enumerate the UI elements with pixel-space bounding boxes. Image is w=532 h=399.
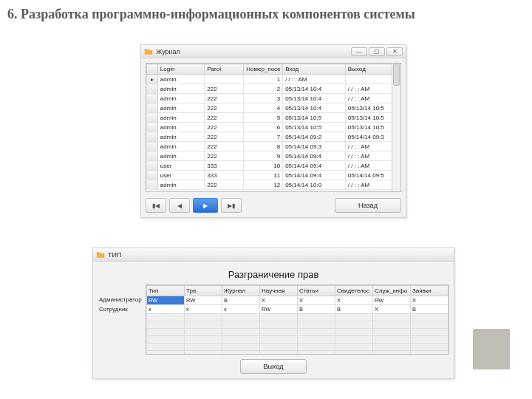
row-marker-header [147,64,158,75]
table-row[interactable]: xxxRWВВXВ [147,305,449,314]
empty-row [147,329,449,336]
close-button[interactable]: ✕ [386,47,403,56]
vertical-scrollbar[interactable] [392,64,400,191]
empty-row [147,321,449,329]
row-marker [147,132,158,142]
table-row[interactable]: admin222905/14/14 09:4/ / : : AM [147,151,400,161]
empty-row [147,351,449,355]
record-navigator: ▮◀ ◀ ▶ ▶▮ Назад [146,198,401,213]
rights-col-3[interactable]: Научная [260,286,298,296]
empty-row [147,336,449,344]
rights-col-7[interactable]: Заявки [411,286,449,296]
journal-col-3[interactable]: Вход [283,64,346,75]
rights-col-1[interactable]: Трв [185,286,222,296]
nav-last-button[interactable]: ▶▮ [221,198,242,213]
rights-window: ТИП Разграничение прав Администратор Сот… [92,248,454,379]
back-button[interactable]: Назад [335,198,401,213]
journal-col-0[interactable]: Login [157,64,205,75]
role-labels: Администратор Сотрудник [98,284,146,355]
nav-first-button[interactable]: ▮◀ [146,198,166,213]
row-marker [147,161,158,171]
journal-titlebar[interactable]: Журнал — ▢ ✕ [141,45,406,58]
row-marker [147,103,158,113]
journal-title: Журнал [156,48,180,55]
empty-row [147,314,449,321]
minimize-button[interactable]: — [351,47,367,56]
role-employee-label: Сотрудник [98,306,146,315]
row-marker [147,171,158,180]
journal-col-1[interactable]: Parol [205,64,244,75]
app-icon [144,47,153,56]
rights-col-2[interactable]: Журнал [222,286,260,296]
journal-window: Журнал — ▢ ✕ LoginParolНомер_посеВходВых… [140,44,406,218]
row-marker [147,142,158,151]
row-marker [147,123,158,132]
row-marker [147,151,158,161]
maximize-button[interactable]: ▢ [369,47,385,56]
table-row[interactable]: RWRWВXXXRWX [147,296,449,305]
rights-col-5[interactable]: Свидетельс [335,286,373,296]
table-row[interactable]: user3331105/14/14 09:405/14/14 09:5 [147,171,400,180]
table-row[interactable]: admin222605/13/14 10:505/13/14 10:5 [147,123,400,132]
rights-heading: Разграничение прав [98,269,449,280]
table-row[interactable]: admin2221205/14/14 10:0/ / : : AM [147,180,400,190]
rights-col-4[interactable]: Статьи [298,286,335,296]
app-icon [96,250,105,259]
rights-col-0[interactable]: Тип [147,286,185,296]
row-marker [147,84,158,94]
table-row[interactable]: admin222305/13/14 10:4/ / : : AM [147,94,400,103]
rights-window-title: ТИП [108,251,121,259]
row-marker [147,180,158,190]
journal-table[interactable]: LoginParolНомер_посеВходВыход▸admin1/ / … [146,63,401,192]
table-row[interactable]: admin222505/13/14 10:505/13/14 10:5 [147,113,400,123]
rights-table[interactable]: ТипТрвЖурналНаучнаяСтатьиСвидетельсСлуж_… [146,284,449,355]
role-admin-label: Администратор [98,296,146,305]
table-row[interactable]: ▸admin1/ / : : AM [147,75,400,84]
empty-row [147,344,449,351]
rights-col-6[interactable]: Служ_инфо [373,286,411,296]
table-row[interactable]: admin222805/14/14 09:3/ / : : AM [147,142,400,151]
table-row[interactable]: user3331005/14/14 09:4/ / : : AM [147,161,400,171]
nav-prev-button[interactable]: ◀ [169,198,190,213]
journal-col-2[interactable]: Номер_посе [244,64,283,75]
slide-decor-strip [473,329,510,369]
nav-next-button[interactable]: ▶ [193,198,218,213]
rights-titlebar[interactable]: ТИП [93,248,454,262]
row-marker: ▸ [147,75,158,84]
exit-button[interactable]: Выход [240,359,307,374]
row-marker [147,94,158,103]
page-heading: 6. Разработка программно-информационных … [7,6,532,23]
row-marker [147,113,158,123]
table-row[interactable]: admin222205/13/14 10:4/ / : : AM [147,84,400,94]
table-row[interactable]: admin222405/13/14 10:405/13/14 10:5 [147,103,400,113]
table-row[interactable]: admin222705/14/14 09:205/14/14 09:3 [147,132,400,142]
